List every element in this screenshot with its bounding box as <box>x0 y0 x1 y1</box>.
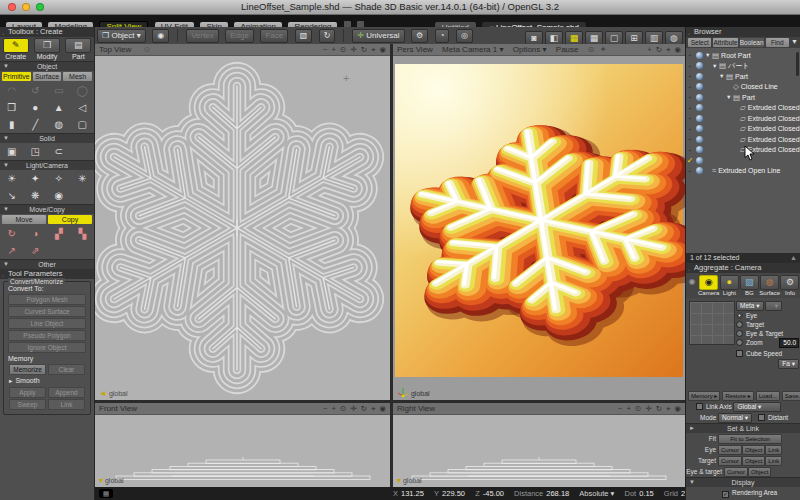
gear-icon[interactable]: ⊙ <box>144 45 151 54</box>
expand-icon[interactable]: ▼ <box>705 52 712 58</box>
zoom-value-field[interactable]: 50.0 <box>779 338 799 348</box>
pers-view-header[interactable]: Pers View Meta Camera 1 ▾ Options ▾ Paus… <box>393 44 685 56</box>
magnify-icon[interactable]: ⌖ <box>371 404 376 413</box>
solid-sweep-icon[interactable]: ⊂ <box>47 143 71 160</box>
target-object-button[interactable]: Object <box>742 456 765 466</box>
magnify-icon[interactable]: ⌖ <box>666 45 671 54</box>
shading-icon[interactable]: ◉ <box>674 45 682 54</box>
memory-button[interactable]: Memory ▸ <box>688 391 720 401</box>
aggregate-header[interactable]: ◦Aggregate : Camera <box>686 263 800 273</box>
zoom-in-icon[interactable]: + <box>626 404 631 413</box>
tree-row[interactable]: ▪▱Extruded Closed <box>686 113 800 124</box>
zoom-in-icon[interactable]: + <box>647 45 652 54</box>
pan-icon[interactable]: ✛ <box>350 45 357 54</box>
tree-row[interactable]: ▪▱Extruded Closed <box>686 145 800 156</box>
mirror-copy-icon[interactable]: ◑ <box>24 225 48 242</box>
browser-tab-boolean[interactable]: Boolean <box>740 38 764 47</box>
browser-header[interactable]: ◦Browser <box>686 27 800 37</box>
render-flag-icon[interactable] <box>696 73 703 80</box>
section-solid[interactable]: ▼Solid <box>0 133 94 143</box>
custom-view-icon[interactable]: ▥ <box>645 31 663 45</box>
render-flag-icon[interactable] <box>696 94 703 101</box>
rendering-area-checkbox[interactable] <box>722 491 729 498</box>
gear-icon[interactable]: ⊙ <box>635 404 642 413</box>
mask-icon[interactable]: ◧ <box>545 31 563 45</box>
right-view-header[interactable]: Right View − + ⊙ ✛ ↻ ⌖ ◉ <box>393 403 685 415</box>
sun-light-icon[interactable]: ☀ <box>0 170 24 187</box>
render-flag-icon[interactable] <box>696 136 703 143</box>
universal-manipulator-button[interactable]: ✛ Universal <box>352 29 404 43</box>
section-move-copy[interactable]: ▼Move/Copy <box>0 204 94 214</box>
comment-icon[interactable]: ✦ <box>600 45 607 54</box>
aggregate-tab-surface[interactable]: ◍Surface <box>759 275 780 297</box>
camera-tool-icon[interactable]: ◉ <box>47 187 71 204</box>
collapse-icon[interactable]: ◦ <box>688 29 690 39</box>
top-view-header[interactable]: Top View ⊙ − + ⊙ ✛ ↻ ⌖ ◉ <box>95 44 390 56</box>
camera-select-dropdown[interactable]: Meta Camera 1 ▾ <box>442 45 503 54</box>
render-flag-icon[interactable] <box>696 62 703 69</box>
set-link-section[interactable]: ►Set & Link <box>686 423 800 433</box>
rotate-icon[interactable]: ↻ <box>361 45 368 54</box>
status-left-button[interactable]: ▦ <box>99 489 113 498</box>
gear-icon[interactable]: ⊙ <box>340 45 347 54</box>
mode-dropdown[interactable]: Normal ▾ <box>718 413 752 423</box>
render-flag-icon[interactable] <box>696 125 703 132</box>
pause-button[interactable]: Pause <box>556 45 579 54</box>
rotate-icon[interactable]: ↻ <box>656 45 663 54</box>
tree-row[interactable]: ▪▼▤Part <box>686 71 800 82</box>
collapse-icon[interactable]: ◦ <box>2 29 4 39</box>
target-cursor-button[interactable]: Cursor <box>718 456 742 466</box>
load-button[interactable]: Load... <box>756 391 780 401</box>
viewport-right[interactable]: Right View − + ⊙ ✛ ↻ ⌖ ◉ ▾ global <box>393 403 685 487</box>
grid-copy-icon[interactable]: ▚ <box>71 225 95 242</box>
save-button[interactable]: Save... <box>782 391 800 401</box>
top-view-controls[interactable]: − + ⊙ ✛ ↻ ⌖ ◉ <box>323 44 387 56</box>
render-flag-icon[interactable] <box>696 115 703 122</box>
check-icon[interactable]: ✓ <box>686 156 694 165</box>
arrow-shape-icon[interactable]: ◁ <box>71 99 95 116</box>
aggregate-tab-light[interactable]: ●Light <box>719 275 739 297</box>
eye-target-object-button[interactable]: Object <box>748 467 771 477</box>
cube-icon[interactable]: ❒ <box>0 99 24 116</box>
eye-link-button[interactable]: Link <box>765 445 782 455</box>
pan-icon[interactable]: ✛ <box>350 404 357 413</box>
object-mode-button[interactable]: ❒ Object ▾ <box>97 29 146 43</box>
eye-target-radio[interactable] <box>736 330 743 337</box>
sphere-icon[interactable]: ● <box>24 99 48 116</box>
distant-light-icon[interactable]: ↘ <box>0 187 24 204</box>
memorize-button[interactable]: Memorize <box>9 364 46 375</box>
tree-row[interactable]: ▪▱Extruded Closed <box>686 124 800 135</box>
magnify-icon[interactable]: ⌖ <box>371 45 376 54</box>
ambient-light-icon[interactable]: ❋ <box>24 187 48 204</box>
fit-to-selection-button[interactable]: Fit to Selection <box>718 434 782 444</box>
section-other[interactable]: ▼Other <box>0 259 94 269</box>
aggregate-tab-camera[interactable]: ◉Camera <box>698 275 719 297</box>
render-flag-icon[interactable] <box>696 52 703 59</box>
collapse-icon[interactable]: ◦ <box>2 271 4 281</box>
toolbox-tab-modify[interactable]: ❒Modify <box>31 37 62 61</box>
zoom-out-icon[interactable]: − <box>323 404 328 413</box>
solid-box-icon[interactable]: ▣ <box>0 143 24 160</box>
viewport-front[interactable]: Front View − + ⊙ ✛ ↻ ⌖ ◉ ▾ global <box>95 403 390 487</box>
tree-row[interactable]: ▪◇Closed Line <box>686 82 800 93</box>
camera-preview-box[interactable] <box>689 301 735 345</box>
render-flag-icon[interactable] <box>696 146 703 153</box>
aggregate-tab-info[interactable]: ⚙Info <box>780 275 800 297</box>
camera-mode-button[interactable]: ◉ <box>152 29 169 43</box>
zoom-radio[interactable] <box>736 339 743 346</box>
magnify-icon[interactable]: ⌖ <box>666 404 671 413</box>
rounded-cube-icon[interactable]: ▢ <box>71 116 95 133</box>
expand-icon[interactable]: ▼ <box>726 94 733 100</box>
eye-object-button[interactable]: Object <box>742 445 765 455</box>
cylinder-icon[interactable]: ▮ <box>0 116 24 133</box>
cone-icon[interactable]: ▲ <box>47 99 71 116</box>
zoom-in-icon[interactable]: + <box>331 404 336 413</box>
display-section[interactable]: ▼Display <box>686 477 800 487</box>
grid-snap-icon[interactable]: ▦ <box>565 31 583 45</box>
meta-dropdown[interactable]: Meta ▾ <box>736 301 764 311</box>
solid-extrude-icon[interactable]: ◳ <box>24 143 48 160</box>
subtab-mesh[interactable]: Mesh <box>63 72 92 81</box>
shading-icon[interactable]: ◉ <box>379 45 387 54</box>
pers-view-controls[interactable]: + ↻ ⌖ ◉ <box>647 44 682 56</box>
rotate-copy-icon[interactable]: ↻ <box>0 225 24 242</box>
